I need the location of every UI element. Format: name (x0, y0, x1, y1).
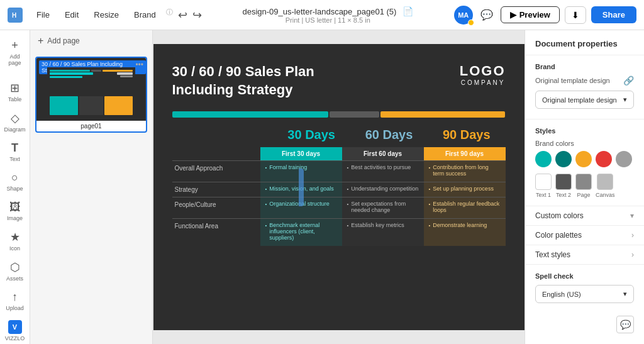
color-palettes-row[interactable]: Color palettes › (525, 226, 644, 245)
text-swatch-group-canvas: Canvas (596, 174, 615, 198)
row-cell-people-60: •Set expectations from needed change (342, 197, 424, 218)
pages-panel: + Add page 30 / 60 / 90 Sales Plan Inclu… (30, 30, 153, 344)
bar-yellow (380, 111, 505, 118)
sidebar-item-shape[interactable]: ○ Shape (2, 167, 28, 196)
text-swatch-label-page: Page (577, 192, 590, 198)
menu-brand[interactable]: Brand (128, 8, 162, 22)
sidebar-item-upload[interactable]: ↑ Upload (2, 287, 28, 315)
menu-file[interactable]: File (30, 8, 56, 22)
original-template-label: Original template design (535, 77, 610, 84)
color-swatch-gray[interactable] (616, 151, 632, 167)
sidebar-label-text: Text (9, 156, 20, 162)
sidebar-item-add-page[interactable]: + Add page (2, 35, 28, 70)
doc-header: 30 / 60 / 90 Sales Plan Including Strate… (172, 63, 506, 99)
language-select[interactable]: English (US) ▾ (535, 285, 634, 303)
avatar[interactable]: MA (454, 6, 473, 25)
row-cell-functional-90: •Demonstrate learning (424, 219, 506, 246)
sidebar-item-diagram[interactable]: ◇ Diagram (2, 108, 28, 136)
color-swatch-red[interactable] (596, 151, 612, 167)
page-options-icon[interactable]: ••• (135, 60, 143, 69)
document-title-area: design-09_us-letter-landscape_page01 (5)… (207, 6, 449, 24)
menu-resize[interactable]: Resize (87, 8, 125, 22)
text-icon: T (11, 141, 18, 155)
color-swatch-yellow[interactable] (575, 151, 592, 167)
undo-button[interactable]: ↩ (178, 8, 187, 22)
sidebar-item-vizzlo[interactable]: V VIZZLO (2, 316, 28, 344)
table-row: People/Culture •Organizational structure… (172, 197, 506, 218)
text-swatch-label-text1: Text 1 (536, 192, 551, 198)
custom-colors-label: Custom colors (535, 211, 584, 220)
page-thumbnail-inner: 30 / 60 / 90 Sales Plan Including Strate… (36, 58, 146, 121)
canvas-area[interactable]: 30 / 60 / 90 Sales Plan Including Strate… (153, 30, 525, 344)
sidebar-label-icon: Icon (9, 245, 20, 252)
days-header: 30 Days 60 Days 90 Days (172, 128, 506, 142)
brand-section: Brand Original template design 🔗 Origina… (525, 55, 644, 119)
text-swatch-page[interactable] (575, 174, 592, 190)
row-cell-functional-60: •Establish key metrics (342, 219, 424, 246)
sidebar-label-diagram: Diagram (4, 126, 26, 133)
pages-header: + Add page (30, 30, 152, 52)
app-logo[interactable]: H (8, 8, 23, 23)
bar-gray (330, 111, 379, 118)
assets-icon: ⬡ (10, 260, 20, 274)
add-page-button[interactable]: + Add page (38, 35, 80, 47)
text-swatch-text1[interactable] (535, 174, 552, 190)
template-design-button[interactable]: Original template design ▾ (535, 91, 634, 109)
text-swatch-group-page: Page (575, 174, 592, 198)
table-row: Strategy •Mission, vision, and goals •Un… (172, 182, 506, 197)
logo-company: COMPANY (460, 79, 506, 86)
sidebar-item-assets[interactable]: ⬡ Assets (2, 257, 28, 286)
sidebar-item-table[interactable]: ⊞ Table (2, 77, 28, 106)
text-swatch-group-text2: Text 2 (555, 174, 572, 198)
left-sidebar: + Add page ⊞ Table ◇ Diagram T Text ○ Sh… (0, 30, 30, 344)
styles-section: Styles Brand colors Text 1 Text 2 (525, 119, 644, 206)
brand-section-label: Brand (535, 63, 634, 70)
comment-button[interactable]: 💬 (616, 316, 634, 333)
text-styles-row[interactable]: Text styles › (525, 245, 644, 265)
topbar-actions: MA 💬 ▶ Preview ⬇ Share (454, 6, 636, 25)
row-label-overall: Overall Approach (172, 161, 260, 182)
color-palettes-arrow-icon: › (631, 231, 634, 240)
table-header-row: First 30 days First 60 days First 90 day… (172, 147, 506, 160)
sidebar-item-text[interactable]: T Text (2, 138, 28, 166)
sidebar-label-add-page: Add page (4, 53, 26, 66)
custom-colors-expand-icon: ▾ (630, 211, 634, 220)
text-swatch-canvas[interactable] (597, 174, 613, 190)
sidebar-item-icon[interactable]: ★ Icon (2, 226, 28, 255)
language-label: English (US) (542, 291, 581, 298)
color-swatch-teal[interactable] (535, 151, 552, 167)
table-row: Functional Area •Benchmark external infl… (172, 218, 506, 246)
right-panel: Document properties Brand Original templ… (525, 30, 644, 344)
doc-title: 30 / 60 / 90 Sales Plan Including Strate… (172, 63, 314, 99)
download-button[interactable]: ⬇ (565, 6, 586, 24)
comment-section: 💬 (525, 311, 644, 338)
right-panel-title: Document properties (525, 30, 644, 55)
sidebar-label-shape: Shape (6, 186, 23, 192)
table-icon: ⊞ (10, 81, 19, 95)
custom-colors-row[interactable]: Custom colors ▾ (525, 206, 644, 226)
page-thumbnail[interactable]: 30 / 60 / 90 Sales Plan Including Strate… (35, 57, 147, 133)
redo-button[interactable]: ↪ (192, 8, 202, 22)
row-cell-strategy-90: •Set up planning process (424, 182, 506, 197)
add-page-plus-icon: + (38, 35, 43, 47)
color-swatch-dark-teal[interactable] (555, 151, 572, 167)
color-bars (172, 111, 506, 118)
spell-check-label: Spell check (535, 272, 634, 280)
side-handle[interactable] (299, 169, 304, 206)
text-swatch-text2[interactable] (555, 174, 572, 190)
top-menu: File Edit Resize Brand ⓘ (30, 8, 173, 22)
sidebar-item-image[interactable]: 🖼 Image (2, 197, 28, 225)
text-styles-label: Text styles (535, 250, 570, 259)
chat-button[interactable]: 💬 (478, 6, 496, 24)
share-button[interactable]: Share (591, 6, 636, 23)
days-spacer (172, 128, 273, 142)
menu-edit[interactable]: Edit (58, 8, 85, 22)
color-palettes-label: Color palettes (535, 231, 582, 240)
row-cell-overall-90: •Contribution from long term success (424, 161, 506, 182)
add-page-icon: + (11, 39, 18, 52)
sidebar-label-table: Table (8, 96, 22, 103)
sidebar-label-assets: Assets (6, 275, 23, 282)
col-header-90: First 90 days (424, 147, 506, 160)
preview-button[interactable]: ▶ Preview (501, 6, 560, 23)
row-label-header (172, 147, 260, 160)
